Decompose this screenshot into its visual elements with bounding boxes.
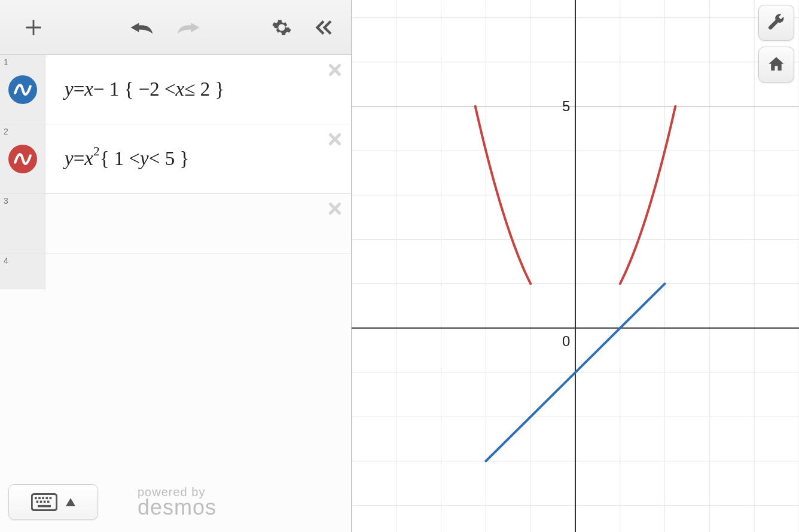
svg-rect-3 — [42, 497, 44, 499]
expression-gutter[interactable]: 1 — [0, 55, 45, 124]
wave-icon — [13, 80, 33, 100]
svg-rect-4 — [45, 497, 48, 499]
collapse-panel-button[interactable] — [306, 10, 341, 45]
svg-text:5: 5 — [562, 98, 570, 114]
svg-rect-1 — [35, 497, 37, 499]
chevrons-left-icon — [313, 17, 334, 38]
home-icon — [767, 56, 785, 74]
expression-panel: 1 y = x − 1 { −2 < x ≤ 2 } 2 y = — [0, 0, 352, 532]
expression-input[interactable] — [45, 194, 351, 253]
expression-row-1[interactable]: 1 y = x − 1 { −2 < x ≤ 2 } — [0, 55, 351, 124]
wrench-icon — [767, 14, 785, 32]
svg-rect-5 — [50, 497, 52, 499]
branding-line2: desmos — [138, 497, 216, 518]
keyboard-toggle-button[interactable] — [8, 484, 98, 520]
expression-row-4[interactable]: 4 — [0, 253, 351, 289]
expression-index: 4 — [4, 256, 8, 265]
close-icon — [326, 130, 344, 148]
plus-icon — [23, 17, 44, 38]
expression-row-2[interactable]: 2 y = x2 { 1 < y < 5 } — [0, 124, 351, 194]
redo-button[interactable] — [171, 10, 207, 45]
expression-row-3[interactable]: 3 — [0, 194, 351, 253]
powered-by-branding: powered by desmos — [138, 486, 216, 518]
expression-gutter[interactable]: 3 — [0, 194, 45, 253]
expression-panel-toolbar — [0, 0, 351, 55]
graph-tools-button[interactable] — [758, 5, 794, 41]
graph-settings-button[interactable] — [264, 10, 300, 45]
keyboard-icon — [31, 493, 57, 511]
expression-list: 1 y = x − 1 { −2 < x ≤ 2 } 2 y = — [0, 55, 351, 532]
undo-icon — [129, 19, 154, 36]
svg-rect-6 — [36, 501, 39, 503]
close-icon — [326, 61, 344, 79]
svg-rect-8 — [44, 501, 46, 503]
expression-gutter[interactable]: 2 — [0, 124, 45, 193]
wave-icon — [13, 149, 33, 169]
expression-index: 2 — [4, 127, 8, 136]
expression-input[interactable] — [45, 253, 351, 289]
expression-input[interactable]: y = x − 1 { −2 < x ≤ 2 } — [45, 55, 351, 124]
chevron-up-icon — [66, 498, 75, 506]
svg-rect-9 — [47, 501, 50, 503]
expression-index: 1 — [4, 57, 8, 67]
add-expression-button[interactable] — [16, 10, 51, 45]
delete-expression-button[interactable] — [326, 61, 344, 81]
gear-icon — [272, 17, 292, 38]
svg-text:0: 0 — [562, 333, 570, 349]
graph-paper[interactable]: 50 — [352, 0, 799, 532]
expression-color-swatch[interactable] — [8, 75, 37, 104]
svg-rect-10 — [38, 505, 51, 507]
panel-footer: powered by desmos — [0, 472, 351, 532]
redo-icon — [176, 19, 202, 36]
home-view-button[interactable] — [758, 47, 794, 82]
undo-button[interactable] — [123, 10, 159, 45]
delete-expression-button[interactable] — [326, 130, 344, 151]
svg-rect-2 — [38, 497, 41, 499]
delete-expression-button[interactable] — [326, 200, 344, 220]
expression-index: 3 — [4, 196, 8, 206]
svg-rect-7 — [40, 501, 42, 503]
expression-input[interactable]: y = x2 { 1 < y < 5 } — [45, 124, 351, 193]
close-icon — [326, 200, 344, 218]
expression-color-swatch[interactable] — [8, 145, 37, 173]
graph-canvas[interactable]: 50 — [352, 0, 799, 532]
expression-gutter[interactable]: 4 — [0, 253, 45, 289]
